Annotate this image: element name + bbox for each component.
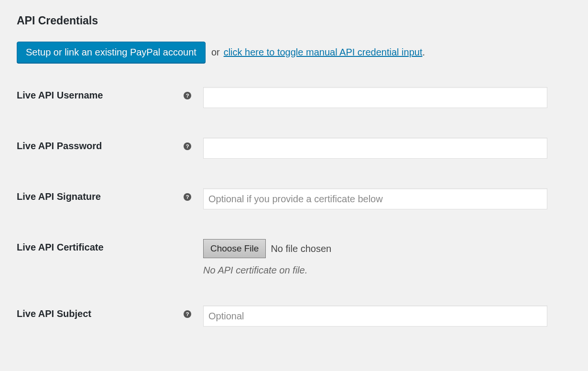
certificate-note: No API certificate on file.: [203, 265, 547, 276]
certificate-label: Live API Certificate: [17, 242, 104, 253]
input-col: [203, 138, 547, 159]
label-col: Live API Password ?: [17, 138, 203, 152]
setup-paypal-button[interactable]: Setup or link an existing PayPal account: [17, 42, 206, 63]
label-col: Live API Username ?: [17, 87, 203, 101]
form-row-signature: Live API Signature ?: [17, 188, 571, 209]
password-input[interactable]: [203, 138, 547, 159]
subject-label: Live API Subject: [17, 308, 91, 319]
form-row-password: Live API Password ?: [17, 138, 571, 159]
setup-or-text: or: [211, 47, 220, 58]
input-col: [203, 87, 547, 108]
password-label: Live API Password: [17, 141, 102, 152]
help-icon[interactable]: ?: [184, 310, 191, 318]
signature-label: Live API Signature: [17, 191, 101, 202]
help-icon[interactable]: ?: [184, 142, 191, 150]
input-col: [203, 188, 547, 209]
setup-row: Setup or link an existing PayPal account…: [17, 42, 571, 63]
input-col: [203, 306, 547, 327]
label-col: Live API Certificate: [17, 239, 203, 253]
help-icon[interactable]: ?: [184, 92, 191, 99]
setup-period: .: [422, 47, 425, 58]
subject-input[interactable]: [203, 306, 547, 327]
file-chosen-status: No file chosen: [271, 243, 331, 254]
label-col: Live API Subject ?: [17, 306, 203, 319]
signature-input[interactable]: [203, 188, 547, 209]
toggle-manual-link[interactable]: click here to toggle manual API credenti…: [224, 47, 423, 58]
file-chooser-row: Choose File No file chosen: [203, 239, 547, 258]
help-icon[interactable]: ?: [184, 193, 191, 201]
section-title: API Credentials: [17, 14, 571, 27]
input-col: Choose File No file chosen No API certif…: [203, 239, 547, 276]
form-row-username: Live API Username ?: [17, 87, 571, 108]
choose-file-button[interactable]: Choose File: [203, 239, 266, 258]
username-label: Live API Username: [17, 90, 103, 101]
username-input[interactable]: [203, 87, 547, 108]
form-row-subject: Live API Subject ?: [17, 306, 571, 327]
label-col: Live API Signature ?: [17, 188, 203, 202]
form-row-certificate: Live API Certificate Choose File No file…: [17, 239, 571, 276]
